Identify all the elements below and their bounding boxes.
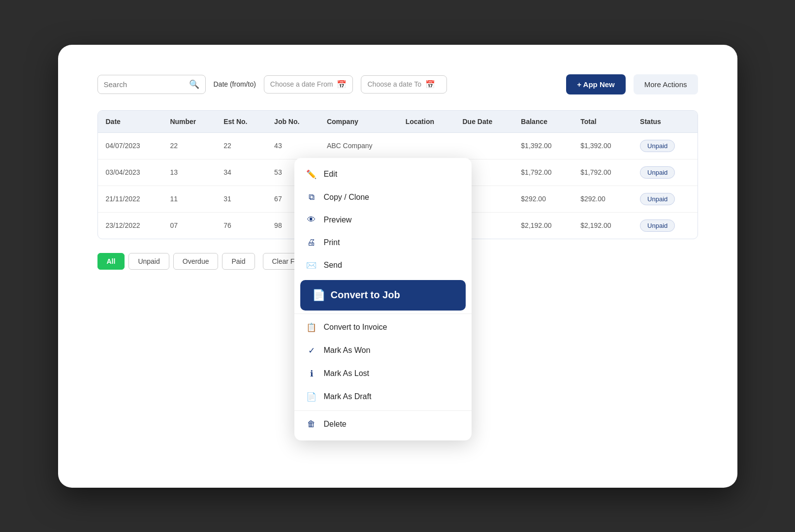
table-cell: 07 bbox=[162, 212, 216, 239]
menu-preview-label: Preview bbox=[324, 216, 352, 224]
table-cell: 31 bbox=[216, 186, 266, 212]
menu-mark-as-lost[interactable]: ℹ Mark As Lost bbox=[294, 362, 472, 385]
calendar-to-icon: 📅 bbox=[425, 80, 435, 89]
date-from-text: Choose a date From bbox=[270, 80, 333, 88]
menu-print[interactable]: 🖨 Print bbox=[294, 231, 472, 254]
col-total: Total bbox=[572, 111, 632, 133]
menu-send[interactable]: ✉️ Send bbox=[294, 254, 472, 277]
table-cell-status: Unpaid bbox=[632, 159, 697, 186]
table-cell: $2,192.00 bbox=[513, 212, 572, 239]
table-cell: 23/12/2022 bbox=[98, 212, 162, 239]
preview-icon: 👁 bbox=[306, 215, 317, 225]
table-cell-status: Unpaid bbox=[632, 186, 697, 212]
menu-delete[interactable]: 🗑 Delete bbox=[294, 413, 472, 436]
table-cell: 22 bbox=[162, 132, 216, 159]
app-new-button[interactable]: + App New bbox=[566, 74, 626, 94]
search-input[interactable] bbox=[104, 80, 185, 89]
table-cell: $292.00 bbox=[513, 186, 572, 212]
date-to-input[interactable]: Choose a date To 📅 bbox=[361, 75, 447, 94]
table-cell-status: Unpaid bbox=[632, 132, 697, 159]
table-header-row: Date Number Est No. Job No. Company Loca… bbox=[98, 111, 698, 133]
context-menu: ✏️ Edit ⧉ Copy / Clone 👁 Preview 🖨 Print… bbox=[294, 158, 472, 440]
table-cell: $292.00 bbox=[572, 186, 632, 212]
col-due-date: Due Date bbox=[455, 111, 513, 133]
status-badge: Unpaid bbox=[640, 219, 675, 232]
menu-delete-label: Delete bbox=[324, 420, 347, 429]
menu-divider-1 bbox=[294, 313, 472, 314]
more-actions-button[interactable]: More Actions bbox=[634, 74, 698, 94]
table-cell: 13 bbox=[162, 159, 216, 186]
table-cell: $2,192.00 bbox=[572, 212, 632, 239]
filter-all-button[interactable]: All bbox=[97, 253, 125, 270]
table-cell bbox=[398, 132, 455, 159]
menu-mark-as-draft-label: Mark As Draft bbox=[324, 392, 372, 401]
col-est-no: Est No. bbox=[216, 111, 266, 133]
checkmark-icon: ✓ bbox=[306, 345, 317, 356]
menu-convert-to-invoice-label: Convert to Invoice bbox=[324, 323, 387, 332]
draft-icon: 📄 bbox=[306, 392, 317, 402]
print-icon: 🖨 bbox=[306, 238, 317, 248]
toolbar: 🔍 Date (from/to) Choose a date From 📅 Ch… bbox=[97, 74, 698, 94]
menu-edit[interactable]: ✏️ Edit bbox=[294, 163, 472, 186]
table-cell bbox=[455, 132, 513, 159]
table-cell: 04/07/2023 bbox=[98, 132, 162, 159]
table-cell: 03/04/2023 bbox=[98, 159, 162, 186]
menu-mark-as-draft[interactable]: 📄 Mark As Draft bbox=[294, 385, 472, 408]
filter-unpaid-button[interactable]: Unpaid bbox=[128, 253, 169, 270]
col-company: Company bbox=[319, 111, 398, 133]
table-cell: 34 bbox=[216, 159, 266, 186]
menu-mark-as-lost-label: Mark As Lost bbox=[324, 369, 369, 378]
calendar-from-icon: 📅 bbox=[337, 80, 347, 89]
table-cell: $1,392.00 bbox=[572, 132, 632, 159]
edit-icon: ✏️ bbox=[306, 169, 317, 180]
status-badge: Unpaid bbox=[640, 140, 675, 152]
send-icon: ✉️ bbox=[306, 260, 317, 271]
menu-edit-label: Edit bbox=[324, 170, 338, 179]
col-balance: Balance bbox=[513, 111, 572, 133]
date-range-label: Date (from/to) bbox=[214, 80, 256, 88]
table-cell: ABC Company bbox=[319, 132, 398, 159]
search-box: 🔍 bbox=[97, 75, 206, 94]
status-badge: Unpaid bbox=[640, 166, 675, 179]
table-cell: 43 bbox=[266, 132, 319, 159]
menu-send-label: Send bbox=[324, 261, 342, 270]
menu-preview[interactable]: 👁 Preview bbox=[294, 209, 472, 231]
menu-print-label: Print bbox=[324, 238, 340, 247]
menu-mark-as-won[interactable]: ✓ Mark As Won bbox=[294, 339, 472, 362]
filter-overdue-button[interactable]: Overdue bbox=[173, 253, 219, 270]
convert-job-icon: 📄 bbox=[312, 289, 323, 302]
table-cell: 22 bbox=[216, 132, 266, 159]
table-cell: 11 bbox=[162, 186, 216, 212]
filter-paid-button[interactable]: Paid bbox=[222, 253, 254, 270]
date-to-text: Choose a date To bbox=[367, 80, 421, 88]
table-cell-status: Unpaid bbox=[632, 212, 697, 239]
date-from-input[interactable]: Choose a date From 📅 bbox=[264, 75, 353, 94]
search-button[interactable]: 🔍 bbox=[189, 79, 199, 90]
col-date: Date bbox=[98, 111, 162, 133]
menu-copy-clone[interactable]: ⧉ Copy / Clone bbox=[294, 186, 472, 209]
table-cell: 21/11/2022 bbox=[98, 186, 162, 212]
menu-copy-clone-label: Copy / Clone bbox=[324, 193, 370, 202]
col-job-no: Job No. bbox=[266, 111, 319, 133]
copy-icon: ⧉ bbox=[306, 192, 317, 202]
menu-divider-2 bbox=[294, 410, 472, 411]
table-cell: 76 bbox=[216, 212, 266, 239]
menu-mark-as-won-label: Mark As Won bbox=[324, 346, 371, 355]
col-status: Status bbox=[632, 111, 697, 133]
info-circle-icon: ℹ bbox=[306, 369, 317, 379]
trash-icon: 🗑 bbox=[306, 419, 317, 429]
col-number: Number bbox=[162, 111, 216, 133]
menu-convert-to-job[interactable]: 📄 Convert to Job bbox=[300, 280, 466, 311]
col-location: Location bbox=[398, 111, 455, 133]
convert-invoice-icon: 📋 bbox=[306, 322, 317, 333]
table-cell: $1,792.00 bbox=[572, 159, 632, 186]
status-badge: Unpaid bbox=[640, 193, 675, 205]
table-row[interactable]: 04/07/2023222243ABC Company$1,392.00$1,3… bbox=[98, 132, 698, 159]
table-cell: $1,392.00 bbox=[513, 132, 572, 159]
menu-convert-to-invoice[interactable]: 📋 Convert to Invoice bbox=[294, 316, 472, 339]
menu-convert-to-job-label: Convert to Job bbox=[331, 289, 400, 301]
table-cell: $1,792.00 bbox=[513, 159, 572, 186]
